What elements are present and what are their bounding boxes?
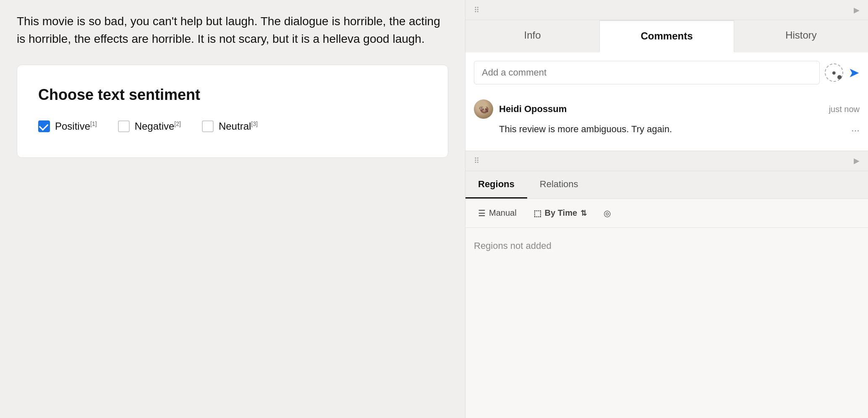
sentiment-card: Choose text sentiment Positive[1] Negati… — [17, 65, 448, 158]
drag-handle-top: ⠿ — [474, 5, 479, 15]
annotate-icon: ● — [832, 68, 837, 77]
label-positive: Positive[1] — [55, 120, 97, 132]
by-time-btn[interactable]: ⬚ By Time ⇅ — [529, 206, 591, 221]
option-negative[interactable]: Negative[2] — [118, 120, 181, 132]
avatar: 🦦 — [474, 99, 493, 119]
option-positive[interactable]: Positive[1] — [38, 120, 97, 132]
tab-info[interactable]: Info — [465, 20, 599, 52]
comments-area: ● ➤ 🦦 Heidi Opossum just now This review… — [465, 52, 868, 151]
commenter-name: Heidi Opossum — [499, 104, 567, 115]
comment-time: just now — [829, 104, 860, 114]
regions-empty: Regions not added — [465, 228, 868, 264]
drag-handle-bottom: ⠿ — [474, 156, 479, 165]
tab-comments[interactable]: Comments — [599, 20, 734, 52]
label-neutral: Neutral[3] — [219, 120, 258, 132]
send-button[interactable]: ➤ — [848, 65, 860, 81]
manual-label: Manual — [489, 208, 517, 218]
sort-icon: ⇅ — [580, 209, 587, 218]
top-panel-header: ⠿ ▶ — [465, 0, 868, 20]
comment-menu[interactable]: ··· — [851, 123, 860, 137]
annotate-button[interactable]: ● — [825, 63, 843, 82]
bottom-tabs: Regions Relations — [465, 171, 868, 199]
checkbox-neutral[interactable] — [202, 120, 214, 132]
comment-meta: 🦦 Heidi Opossum just now — [474, 99, 860, 119]
tab-relations[interactable]: Relations — [527, 171, 591, 199]
checkbox-positive[interactable] — [38, 120, 50, 132]
manual-icon: ☰ — [478, 208, 486, 218]
wifi-icon: ◎ — [604, 208, 611, 218]
sidebar: ⠿ ▶ Info Comments History ● ➤ — [465, 0, 868, 418]
label-negative: Negative[2] — [135, 120, 181, 132]
comment-item: 🦦 Heidi Opossum just now This review is … — [474, 94, 860, 142]
option-neutral[interactable]: Neutral[3] — [202, 120, 258, 132]
comment-body: This review is more ambiguous. Try again… — [474, 123, 860, 137]
comment-input[interactable] — [474, 61, 820, 84]
by-time-label: By Time — [545, 208, 577, 218]
tab-history[interactable]: History — [734, 20, 868, 52]
by-time-icon: ⬚ — [533, 208, 541, 218]
review-text: This movie is so bad, you can't help but… — [17, 13, 448, 48]
main-content: This movie is so bad, you can't help but… — [0, 0, 465, 418]
wifi-btn[interactable]: ◎ — [599, 206, 615, 221]
manual-btn[interactable]: ☰ Manual — [474, 206, 521, 221]
bottom-panel-header: ⠿ ▶ — [465, 151, 868, 171]
sentiment-title: Choose text sentiment — [38, 86, 427, 104]
collapse-btn-bottom[interactable]: ▶ — [854, 156, 860, 165]
top-tabs: Info Comments History — [465, 20, 868, 52]
annotate-dot — [837, 75, 842, 79]
bottom-panel: ⠿ ▶ Regions Relations ☰ Manual ⬚ By Time… — [465, 151, 868, 418]
toolbar-row: ☰ Manual ⬚ By Time ⇅ ◎ — [465, 199, 868, 228]
top-panel: ⠿ ▶ Info Comments History ● ➤ — [465, 0, 868, 151]
sentiment-options: Positive[1] Negative[2] Neutral[3] — [38, 120, 427, 132]
tab-regions[interactable]: Regions — [465, 171, 527, 199]
avatar-image: 🦦 — [474, 99, 493, 119]
send-icon: ➤ — [848, 65, 860, 80]
comment-input-row: ● ➤ — [474, 61, 860, 84]
collapse-btn-top[interactable]: ▶ — [854, 5, 860, 15]
comment-text: This review is more ambiguous. Try again… — [499, 123, 847, 136]
checkbox-negative[interactable] — [118, 120, 130, 132]
